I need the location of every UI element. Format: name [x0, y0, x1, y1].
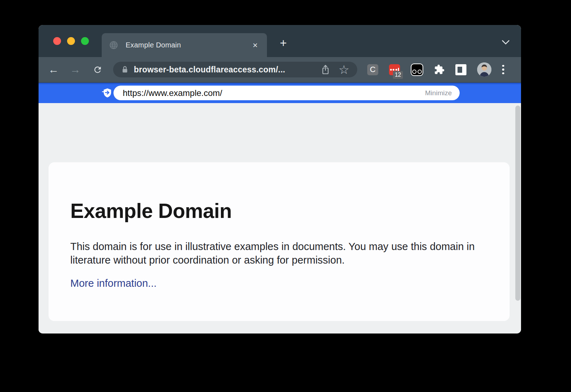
- extension-area: C 12: [367, 62, 491, 77]
- share-icon[interactable]: [321, 64, 330, 75]
- forward-button[interactable]: →: [68, 62, 82, 77]
- tab-strip: Example Domain × +: [39, 25, 521, 57]
- tab-close-icon[interactable]: ×: [251, 40, 260, 50]
- extension-badge: 12: [393, 71, 403, 79]
- isolation-shield-icon: [101, 87, 113, 99]
- tab-example-domain[interactable]: Example Domain ×: [102, 33, 267, 57]
- minimize-bar-button[interactable]: Minimize: [425, 89, 452, 97]
- minimize-window-button[interactable]: [67, 37, 75, 45]
- bookmark-star-icon[interactable]: ☆: [339, 63, 349, 76]
- browser-toolbar: ← → browser-beta.cloudflareaccess.com/..…: [39, 57, 521, 83]
- isolated-url-value: https://www.example.com/: [123, 88, 425, 98]
- browser-menu-kebab-icon[interactable]: [502, 65, 504, 75]
- extensions-puzzle-icon[interactable]: [434, 64, 445, 75]
- recorder-extension-icon[interactable]: [411, 63, 423, 76]
- more-information-link[interactable]: More information...: [70, 278, 157, 289]
- address-bar-url: browser-beta.cloudflareaccess.com/...: [134, 65, 321, 75]
- zoom-window-button[interactable]: [81, 37, 89, 45]
- traffic-lights: [53, 37, 89, 45]
- profile-avatar[interactable]: [477, 62, 491, 77]
- new-tab-button[interactable]: +: [277, 37, 290, 50]
- browser-window: Example Domain × + ← → browser-be: [39, 25, 521, 334]
- lock-icon: [121, 65, 129, 74]
- password-manager-extension-icon[interactable]: 12: [389, 64, 400, 75]
- tab-title: Example Domain: [126, 41, 251, 49]
- isolation-access-bar: https://www.example.com/ Minimize: [39, 83, 521, 103]
- globe-favicon-icon: [109, 40, 118, 50]
- side-panel-icon[interactable]: [455, 64, 466, 75]
- page-title: Example Domain: [70, 199, 510, 223]
- isolated-url-input[interactable]: https://www.example.com/ Minimize: [113, 86, 460, 100]
- reload-button[interactable]: [90, 62, 105, 77]
- back-button[interactable]: ←: [46, 62, 61, 77]
- address-bar[interactable]: browser-beta.cloudflareaccess.com/... ☆: [113, 62, 357, 77]
- page-body-text: This domain is for use in illustrative e…: [70, 240, 481, 267]
- page-viewport: Example Domain This domain is for use in…: [39, 103, 521, 333]
- tab-search-chevron-down-icon[interactable]: [502, 40, 510, 45]
- extension-c-icon[interactable]: C: [367, 64, 378, 75]
- scrollbar-thumb[interactable]: [515, 106, 520, 301]
- close-window-button[interactable]: [53, 37, 61, 45]
- content-card: Example Domain This domain is for use in…: [49, 162, 510, 321]
